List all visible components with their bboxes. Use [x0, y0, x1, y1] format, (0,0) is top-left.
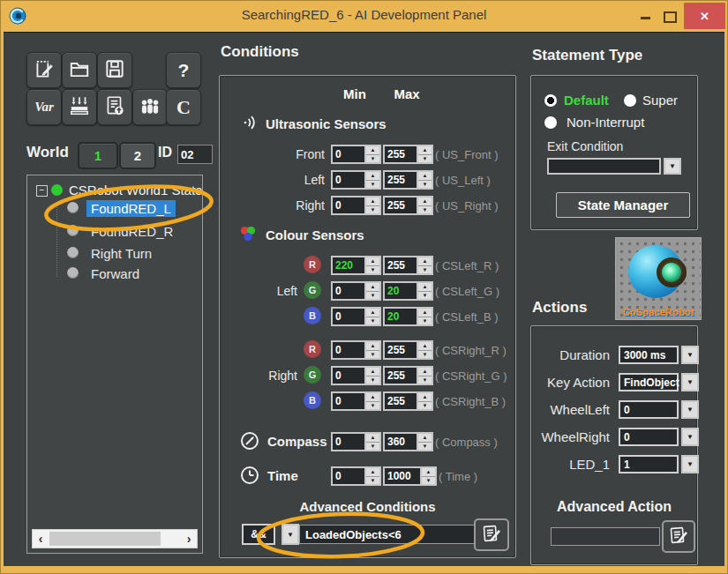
max-spinbox[interactable]: 255▲▼: [383, 340, 433, 360]
max-spinbox[interactable]: 20▲▼: [383, 307, 433, 326]
spinner-buttons[interactable]: ▲▼: [364, 145, 381, 164]
exit-condition-dropdown[interactable]: ▼: [547, 158, 681, 175]
max-value[interactable]: 360: [383, 432, 417, 451]
exit-condition-value[interactable]: [547, 158, 661, 175]
wheel-right-dropdown[interactable]: 0▼: [619, 428, 699, 446]
advanced-action-input[interactable]: [551, 527, 660, 546]
max-value[interactable]: 255: [383, 366, 417, 385]
max-spinbox[interactable]: 255▲▼: [383, 391, 433, 411]
max-value[interactable]: 255: [383, 340, 417, 360]
max-value[interactable]: 255: [383, 145, 417, 164]
c-code-button[interactable]: C: [166, 89, 201, 125]
dropdown-arrow-icon[interactable]: ▼: [681, 346, 699, 364]
title-bar[interactable]: SearchingRED_6 - AI Development Panel ✕: [0, 0, 728, 32]
export-doc-button[interactable]: [97, 89, 132, 125]
min-value[interactable]: 0: [331, 432, 364, 451]
dropdown-value[interactable]: 3000 ms: [619, 346, 679, 364]
duration-dropdown[interactable]: 3000 ms▼: [619, 346, 699, 364]
max-value[interactable]: 1000: [383, 466, 420, 486]
min-spinbox[interactable]: 0▲▼: [331, 196, 381, 215]
spinner-buttons[interactable]: ▲▼: [364, 256, 381, 275]
min-value[interactable]: 0: [331, 196, 364, 215]
minimize-button[interactable]: [641, 17, 650, 19]
min-spinbox[interactable]: 0▲▼: [331, 432, 381, 451]
spinner-buttons[interactable]: ▲▼: [364, 196, 381, 215]
min-value[interactable]: 0: [331, 145, 364, 164]
max-value[interactable]: 255: [383, 196, 417, 215]
spinner-buttons[interactable]: ▲▼: [364, 466, 381, 486]
spinner-buttons[interactable]: ▲▼: [364, 432, 381, 451]
scrollbar-thumb[interactable]: [49, 532, 161, 546]
close-button[interactable]: ✕: [684, 3, 725, 29]
scroll-right-icon[interactable]: ›: [181, 530, 197, 548]
max-value[interactable]: 255: [383, 391, 417, 411]
spinner-buttons[interactable]: ▲▼: [364, 281, 381, 301]
max-spinbox[interactable]: 1000▲▼: [383, 466, 437, 486]
tree-item-label[interactable]: FoundRED_R: [86, 223, 177, 240]
max-spinbox[interactable]: 255▲▼: [383, 366, 433, 385]
dropdown-value[interactable]: 0: [619, 400, 679, 419]
radio-super[interactable]: [624, 94, 636, 107]
max-spinbox[interactable]: 255▲▼: [383, 145, 433, 164]
led1-dropdown[interactable]: 1▼: [619, 455, 699, 473]
radio-default[interactable]: [544, 94, 557, 107]
open-button[interactable]: [62, 52, 97, 88]
spinner-buttons[interactable]: ▲▼: [417, 307, 433, 326]
spinner-buttons[interactable]: ▲▼: [420, 466, 437, 486]
spinner-buttons[interactable]: ▲▼: [364, 391, 381, 411]
state-manager-button[interactable]: State Manager: [556, 192, 690, 218]
min-spinbox[interactable]: 0▲▼: [331, 307, 381, 326]
max-spinbox[interactable]: 360▲▼: [383, 432, 433, 451]
spinner-buttons[interactable]: ▲▼: [417, 281, 433, 301]
min-spinbox[interactable]: 0▲▼: [331, 391, 381, 411]
wheel-left-dropdown[interactable]: 0▼: [619, 400, 699, 419]
min-value[interactable]: 0: [331, 366, 364, 385]
save-button[interactable]: [97, 52, 132, 88]
variables-button[interactable]: Var: [26, 89, 62, 125]
logic-operator-select[interactable]: &&: [242, 524, 275, 545]
radio-default-label[interactable]: Default: [564, 93, 609, 108]
scroll-left-icon[interactable]: ‹: [33, 530, 49, 548]
advanced-condition-input[interactable]: [299, 525, 476, 544]
edit-condition-button[interactable]: [474, 518, 509, 551]
max-spinbox[interactable]: 20▲▼: [383, 281, 433, 301]
spinner-buttons[interactable]: ▲▼: [417, 256, 433, 275]
min-value[interactable]: 0: [331, 340, 364, 360]
min-value[interactable]: 0: [331, 307, 364, 326]
dropdown-arrow-icon[interactable]: ▼: [681, 428, 699, 446]
dropdown-arrow-icon[interactable]: ▼: [681, 373, 699, 391]
tree-item-label[interactable]: Right Turn: [86, 245, 156, 262]
dropdown-value[interactable]: FindObject: [619, 373, 679, 391]
collapse-icon[interactable]: −: [36, 185, 48, 197]
spinner-buttons[interactable]: ▲▼: [417, 340, 433, 360]
spinner-buttons[interactable]: ▲▼: [364, 340, 381, 360]
min-value[interactable]: 0: [331, 391, 364, 411]
min-spinbox[interactable]: 0▲▼: [331, 145, 381, 164]
world-2-button[interactable]: 2: [119, 142, 156, 169]
spinner-buttons[interactable]: ▲▼: [417, 391, 433, 411]
min-spinbox[interactable]: 0▲▼: [331, 466, 381, 486]
dropdown-arrow-icon[interactable]: ▼: [664, 158, 681, 175]
maximize-button[interactable]: [664, 11, 677, 23]
max-value[interactable]: 20: [383, 281, 417, 301]
radio-super-label[interactable]: Super: [642, 93, 678, 108]
min-spinbox[interactable]: 0▲▼: [331, 281, 381, 301]
min-spinbox[interactable]: 0▲▼: [331, 366, 381, 385]
min-value[interactable]: 0: [331, 170, 364, 190]
max-spinbox[interactable]: 255▲▼: [383, 256, 433, 275]
tree-item[interactable]: FoundRED_R: [27, 222, 202, 242]
min-spinbox[interactable]: 220▲▼: [331, 256, 381, 275]
dropdown-value[interactable]: 0: [619, 428, 679, 446]
tree-root[interactable]: − CSRobot World1 State: [27, 181, 202, 200]
state-tree[interactable]: − CSRobot World1 State FoundRED_L FoundR…: [26, 175, 203, 554]
spinner-buttons[interactable]: ▲▼: [417, 366, 433, 385]
min-value[interactable]: 220: [331, 256, 364, 275]
spinner-buttons[interactable]: ▲▼: [417, 196, 433, 215]
horizontal-scrollbar[interactable]: ‹ ›: [32, 529, 198, 548]
tree-root-label[interactable]: CSRobot World1 State: [69, 183, 202, 198]
radio-non-interrupt[interactable]: [544, 116, 557, 129]
max-value[interactable]: 20: [383, 307, 417, 326]
spinner-buttons[interactable]: ▲▼: [364, 307, 381, 326]
min-value[interactable]: 0: [331, 466, 364, 486]
world-1-button[interactable]: 1: [78, 142, 118, 169]
